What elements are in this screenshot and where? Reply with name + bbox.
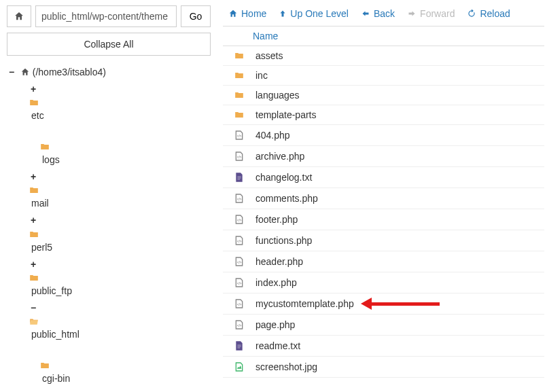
list-item[interactable]: languages bbox=[223, 86, 544, 105]
tree-item-label[interactable]: etc bbox=[31, 110, 44, 121]
folder-icon bbox=[231, 110, 247, 120]
folder-icon bbox=[29, 98, 211, 107]
tree-item[interactable]: +wp-admin bbox=[7, 387, 211, 392]
toggle-icon[interactable]: + bbox=[39, 387, 49, 392]
file-icon: </> bbox=[231, 255, 247, 268]
svg-text:</>: </> bbox=[237, 240, 242, 243]
svg-text:</>: </> bbox=[237, 219, 242, 222]
file-list: assetsinclanguagestemplate-parts</>404.p… bbox=[223, 46, 544, 378]
list-item[interactable]: </>footer.php bbox=[223, 209, 544, 230]
file-icon bbox=[231, 340, 247, 352]
list-item-name: screenshot.jpg bbox=[255, 361, 317, 372]
list-item[interactable]: </>archive.php bbox=[223, 146, 544, 167]
list-item[interactable]: </>page.php bbox=[223, 315, 544, 336]
list-item[interactable]: </>functions.php bbox=[223, 230, 544, 251]
list-item[interactable]: </>comments.php bbox=[223, 188, 544, 209]
list-item[interactable]: </>404.php bbox=[223, 125, 544, 146]
list-item[interactable]: </>mycustomtemplate.php bbox=[223, 293, 544, 315]
tree-item[interactable]: +mail bbox=[7, 168, 211, 212]
tree-item-label[interactable]: cgi-bin bbox=[42, 373, 70, 384]
tree-item-label[interactable]: mail bbox=[31, 198, 49, 209]
toggle-icon[interactable]: − bbox=[29, 300, 38, 317]
list-header: Name bbox=[223, 26, 544, 46]
list-item[interactable]: inc bbox=[223, 66, 544, 86]
tree-item[interactable]: +perl5 bbox=[7, 212, 211, 255]
home-button[interactable]: Home bbox=[228, 8, 266, 19]
home-label: Home bbox=[241, 8, 266, 19]
list-item-name: 404.php bbox=[255, 130, 290, 141]
list-item-name: index.php bbox=[255, 277, 297, 288]
file-icon: </> bbox=[231, 192, 247, 204]
list-item-name: header.php bbox=[255, 256, 303, 267]
folder-icon bbox=[29, 317, 211, 326]
list-item-name: mycustomtemplate.php bbox=[255, 298, 354, 309]
tree-item-label[interactable]: perl5 bbox=[31, 242, 52, 253]
file-icon: </> bbox=[231, 213, 247, 226]
forward-arrow-icon bbox=[407, 10, 417, 18]
path-input[interactable] bbox=[35, 5, 177, 27]
home-icon bbox=[228, 9, 238, 18]
file-icon: </> bbox=[231, 277, 247, 289]
annotation-arrow bbox=[361, 298, 440, 310]
tree-root-label[interactable]: (/home3/itsablo4) bbox=[33, 67, 106, 77]
list-item[interactable]: assets bbox=[223, 46, 544, 66]
back-button[interactable]: Back bbox=[361, 8, 395, 19]
list-item[interactable]: template-parts bbox=[223, 105, 544, 125]
tree-item-label[interactable]: logs bbox=[42, 154, 60, 165]
svg-text:</>: </> bbox=[237, 303, 242, 306]
list-item[interactable]: </>header.php bbox=[223, 251, 544, 272]
toggle-icon[interactable]: + bbox=[29, 256, 38, 273]
list-item-name: page.php bbox=[255, 319, 295, 330]
folder-icon bbox=[29, 273, 211, 283]
list-item-name: archive.php bbox=[255, 151, 304, 162]
list-item-name: functions.php bbox=[255, 235, 312, 246]
list-item[interactable]: </>index.php bbox=[223, 272, 544, 293]
file-icon: </> bbox=[231, 150, 247, 162]
collapse-all-button[interactable]: Collapse All bbox=[7, 33, 211, 56]
tree-item-label[interactable]: public_html bbox=[31, 329, 80, 340]
folder-icon bbox=[39, 361, 211, 370]
home-root-button[interactable] bbox=[7, 5, 31, 27]
folder-icon bbox=[39, 142, 211, 152]
tree-item[interactable]: +etc bbox=[7, 81, 211, 124]
reload-button[interactable]: Reload bbox=[467, 8, 510, 19]
file-icon: </> bbox=[231, 319, 247, 331]
up-label: Up One Level bbox=[290, 8, 349, 19]
list-item[interactable]: screenshot.jpg bbox=[223, 357, 544, 378]
list-item-name: readme.txt bbox=[255, 340, 300, 351]
svg-text:</>: </> bbox=[237, 198, 242, 201]
home-icon bbox=[14, 11, 24, 22]
toggle-icon[interactable]: + bbox=[29, 168, 38, 185]
tree-item-label[interactable]: public_ftp bbox=[31, 285, 72, 296]
svg-text:</>: </> bbox=[237, 135, 242, 138]
forward-label: Forward bbox=[420, 8, 455, 19]
back-arrow-icon bbox=[361, 10, 370, 18]
toggle-icon[interactable]: − bbox=[7, 64, 16, 81]
name-column-header[interactable]: Name bbox=[228, 31, 278, 41]
list-item-name: inc bbox=[255, 70, 268, 81]
list-item-name: changelog.txt bbox=[255, 172, 312, 183]
tree-root[interactable]: − (/home3/itsablo4) bbox=[7, 64, 211, 81]
list-item[interactable]: readme.txt bbox=[223, 336, 544, 357]
tree-item[interactable]: +logs bbox=[7, 125, 211, 168]
tree-item[interactable]: +cgi-bin bbox=[7, 343, 211, 387]
tree-item[interactable]: −public_html bbox=[7, 300, 211, 343]
toggle-icon[interactable]: + bbox=[29, 81, 38, 98]
toggle-icon[interactable]: + bbox=[29, 212, 38, 229]
tree-item[interactable]: +public_ftp bbox=[7, 256, 211, 300]
list-item-name: footer.php bbox=[255, 214, 298, 225]
up-one-level-button[interactable]: Up One Level bbox=[279, 8, 349, 19]
go-button[interactable]: Go bbox=[181, 5, 211, 27]
folder-icon bbox=[231, 71, 247, 80]
list-item-name: languages bbox=[255, 90, 300, 101]
file-icon: </> bbox=[231, 129, 247, 141]
folder-icon bbox=[29, 185, 211, 195]
svg-text:</>: </> bbox=[237, 324, 242, 327]
file-icon bbox=[231, 171, 247, 183]
folder-tree: − (/home3/itsablo4) +etc+logs+mail+perl5… bbox=[7, 64, 211, 392]
file-icon: </> bbox=[231, 298, 247, 310]
svg-text:</>: </> bbox=[237, 282, 242, 285]
folder-icon bbox=[231, 51, 247, 60]
list-item[interactable]: changelog.txt bbox=[223, 167, 544, 188]
folder-icon bbox=[29, 230, 211, 239]
